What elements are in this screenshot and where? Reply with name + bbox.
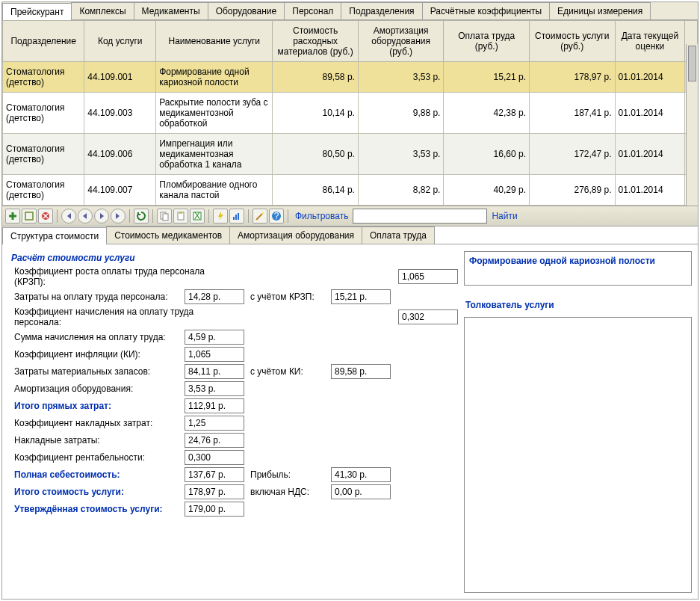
with-krzp-label: с учётом КРЗП:	[250, 292, 325, 302]
add-button[interactable]	[5, 209, 20, 224]
toolbar: X ? Фильтровать Найти	[2, 206, 698, 226]
th-code[interactable]: Код услуги	[84, 21, 156, 62]
svg-rect-9	[235, 215, 237, 220]
paste-button[interactable]	[173, 209, 188, 224]
th-labor[interactable]: Оплата труда (руб.)	[444, 21, 530, 62]
krzp-label: Коэффициент роста оплаты труда персонала…	[14, 266, 231, 287]
tab-units[interactable]: Единицы измерения	[549, 2, 651, 19]
svg-rect-5	[179, 212, 182, 214]
th-cost[interactable]: Стоимость услуги (руб.)	[529, 21, 615, 62]
svg-text:?: ?	[274, 211, 279, 221]
cell-name: Раскрытие полости зуба с медикаментозной…	[156, 93, 273, 134]
mat-ki-field[interactable]	[331, 364, 391, 379]
next-button[interactable]	[94, 209, 109, 224]
subtab-structure[interactable]: Структура стоимости	[2, 227, 107, 244]
svg-rect-0	[25, 212, 33, 220]
svg-point-11	[262, 212, 264, 215]
tab-equipment[interactable]: Оборудование	[208, 2, 285, 19]
overhead-coef-label: Коэффициент накладных затрат:	[14, 418, 179, 428]
subtab-meds-cost[interactable]: Стоимость медикаментов	[106, 226, 230, 244]
sub-tabs: Структура стоимости Стоимость медикамент…	[2, 226, 698, 244]
mat-field[interactable]	[185, 364, 244, 379]
cell-cost: 276,89 р.	[529, 175, 615, 206]
approved-field[interactable]	[185, 502, 244, 517]
th-name[interactable]: Наименование услуги	[156, 21, 273, 62]
cell-labor: 16,60 р.	[444, 134, 530, 175]
tab-complexes[interactable]: Комплексы	[71, 2, 134, 19]
labor-costs-field[interactable]	[185, 289, 244, 304]
wand-button[interactable]	[253, 209, 267, 224]
table-row[interactable]: Стоматология (детство)44.109.007Пломбиро…	[3, 175, 698, 206]
filter-input[interactable]	[353, 209, 487, 224]
table-row[interactable]: Стоматология (детство)44.109.001Формиров…	[3, 62, 698, 93]
accr-sum-label: Сумма начисления на оплату труда:	[14, 332, 179, 342]
interpreter-box[interactable]	[464, 317, 692, 593]
cell-date: 01.01.2014	[615, 134, 685, 175]
cell-amort: 3,53 р.	[358, 134, 444, 175]
subtab-amort[interactable]: Амортизация оборудования	[229, 226, 362, 244]
profit-field[interactable]	[331, 467, 391, 482]
infl-field[interactable]	[185, 347, 244, 362]
cell-name: Импрегнация или медикаментозная обработк…	[156, 134, 273, 175]
mat-label: Затраты материальных запасов:	[14, 366, 179, 377]
cell-dep: Стоматология (детство)	[3, 93, 84, 134]
overhead-label: Накладные затраты:	[14, 435, 179, 446]
cell-labor: 15,21 р.	[444, 62, 530, 93]
labor-costs-label: Затраты на оплату труда персонала:	[14, 292, 179, 302]
tab-departments[interactable]: Подразделения	[341, 2, 422, 19]
th-amort[interactable]: Амортизация оборудования (руб.)	[358, 21, 444, 62]
refresh-button[interactable]	[134, 209, 149, 224]
help-button[interactable]: ?	[269, 209, 284, 224]
subtab-labor[interactable]: Оплата труда	[362, 226, 435, 244]
cell-mat: 89,58 р.	[273, 62, 359, 93]
cell-dep: Стоматология (детство)	[3, 134, 84, 175]
labor-krzp-field[interactable]	[331, 289, 391, 304]
cell-dep: Стоматология (детство)	[3, 175, 84, 206]
cell-code: 44.109.006	[84, 134, 156, 175]
export-excel-button[interactable]: X	[190, 209, 205, 224]
prev-button[interactable]	[78, 209, 93, 224]
lightning-button[interactable]	[213, 209, 228, 224]
price-table[interactable]: Подразделение Код услуги Наименование ус…	[2, 20, 698, 206]
find-link[interactable]: Найти	[492, 211, 517, 221]
cell-date: 01.01.2014	[615, 93, 685, 134]
total-cost-label: Итого стоимость услуги:	[14, 487, 179, 497]
vertical-scrollbar[interactable]	[686, 44, 698, 206]
table-row[interactable]: Стоматология (детство)44.109.006Импрегна…	[3, 134, 698, 175]
accr-sum-field[interactable]	[185, 330, 244, 345]
first-button[interactable]	[61, 209, 76, 224]
cell-amort: 8,82 р.	[358, 175, 444, 206]
svg-rect-8	[233, 217, 235, 220]
tab-personnel[interactable]: Персонал	[284, 2, 341, 19]
tab-coefficients[interactable]: Расчётные коэффициенты	[422, 2, 550, 19]
chart-button[interactable]	[229, 209, 244, 224]
overhead-field[interactable]	[185, 433, 244, 448]
last-button[interactable]	[111, 209, 126, 224]
accr-coef-field[interactable]	[398, 309, 458, 324]
svg-text:X: X	[194, 211, 200, 221]
delete-button[interactable]	[38, 209, 53, 224]
direct-total-field[interactable]	[185, 398, 244, 413]
copy-button[interactable]	[157, 209, 172, 224]
overhead-coef-field[interactable]	[185, 416, 244, 431]
full-cost-field[interactable]	[185, 467, 244, 482]
tab-pricelist[interactable]: Прейскурант	[2, 3, 72, 20]
cell-dep: Стоматология (детство)	[3, 62, 84, 93]
cell-code: 44.109.003	[84, 93, 156, 134]
th-department[interactable]: Подразделение	[3, 21, 84, 62]
cell-amort: 9,88 р.	[358, 93, 444, 134]
tab-meds[interactable]: Медикаменты	[134, 2, 208, 19]
cell-cost: 187,41 р.	[529, 93, 615, 134]
profit-coef-field[interactable]	[185, 450, 244, 465]
vat-field[interactable]	[331, 484, 391, 499]
cell-mat: 86,14 р.	[273, 175, 359, 206]
krzp-field[interactable]	[398, 269, 458, 284]
edit-button[interactable]	[22, 209, 37, 224]
amort-field[interactable]	[185, 381, 244, 396]
th-materials[interactable]: Стоимость расходных материалов (руб.)	[273, 21, 359, 62]
table-row[interactable]: Стоматология (детство)44.109.003Раскрыти…	[3, 93, 698, 134]
cell-code: 44.109.007	[84, 175, 156, 206]
total-cost-field[interactable]	[185, 484, 244, 499]
infl-label: Коэффициент инфляции (КИ):	[14, 349, 179, 360]
th-date[interactable]: Дата текущей оценки	[615, 21, 685, 62]
